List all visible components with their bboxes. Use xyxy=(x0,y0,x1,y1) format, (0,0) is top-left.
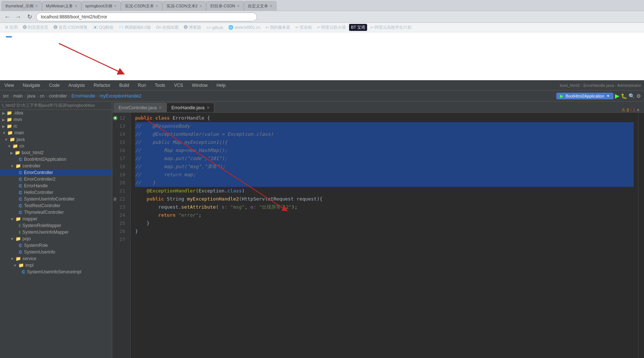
bookmark-github[interactable]: >> github xyxy=(204,25,225,31)
browser-tab-2[interactable]: MyMelean义务 ✕ xyxy=(42,1,81,11)
editor-tabs-bar: ErrorController.java ✕ ErrorHandle.java … xyxy=(112,102,644,113)
tree-item-impl[interactable]: ▼ 📁 impl xyxy=(0,262,112,269)
tree-item-testrest-controller[interactable]: C TestRestController xyxy=(0,202,112,209)
breadcrumb-java[interactable]: java xyxy=(27,93,35,99)
bookmark-qq[interactable]: 📧 QQ邮箱 xyxy=(91,24,115,31)
browser-tab-4[interactable]: 实况-CSDN文本 ✕ xyxy=(121,1,162,11)
collapse-btn[interactable]: ∧ xyxy=(637,107,640,112)
code-content[interactable]: public class ErrorHandle { // @ResponseB… xyxy=(131,113,638,358)
tree-item-rc[interactable]: ▶ 📁 rc xyxy=(0,123,112,130)
bookmark-security[interactable]: ↩ 安全组 xyxy=(293,24,314,31)
tree-item-thymeleaf-controller[interactable]: C ThymeleafController xyxy=(0,209,112,216)
menu-help[interactable]: Help xyxy=(215,82,227,89)
tree-label: SystemRoleMapper xyxy=(22,223,61,228)
tree-item-pojo[interactable]: ▼ 📁 pojo xyxy=(0,235,112,242)
tab-close[interactable]: ✕ xyxy=(237,4,240,8)
breadcrumb-main[interactable]: main xyxy=(13,93,23,99)
tree-item-error-controller2[interactable]: C ErrorController2 xyxy=(0,176,112,182)
tab-close[interactable]: ✕ xyxy=(270,4,272,8)
bookmark-aliyun[interactable]: ↩ 阿里云高校学生计划 xyxy=(369,24,413,31)
expand-icon: ▼ xyxy=(10,164,14,168)
tab-close-icon[interactable]: ✕ xyxy=(207,106,210,110)
menu-build[interactable]: Build xyxy=(118,82,131,89)
breadcrumb-cn[interactable]: cn xyxy=(40,93,45,99)
tree-item-sysuserinfo-service-impl[interactable]: C SystemUserinfoServiceImpl xyxy=(0,269,112,275)
browser-tab-6[interactable]: 归目录-CSDN ✕ xyxy=(206,1,244,11)
tab-close[interactable]: ✕ xyxy=(74,4,77,8)
bookmark-lxl[interactable]: 🌐 www.lxl001.cn xyxy=(226,24,262,31)
breadcrumb-controller[interactable]: controller xyxy=(49,93,67,99)
tab-close[interactable]: ✕ xyxy=(199,4,202,8)
bookmark-baidu[interactable]: 🅑 到百度首页 xyxy=(21,24,50,31)
tab-close[interactable]: ✕ xyxy=(114,4,117,8)
editor-content: ● 12 13 14 15 16 17 18 19 20 21 @ 22 xyxy=(112,113,644,358)
menu-window[interactable]: Window xyxy=(190,82,209,89)
menu-run[interactable]: Run xyxy=(137,82,148,89)
bookmark-bt[interactable]: BT 宝塔 xyxy=(349,24,367,31)
browser-tab-7[interactable]: 自定义文本 ✕ xyxy=(244,1,277,11)
tab-close-icon[interactable]: ✕ xyxy=(159,106,162,110)
run-config[interactable]: ▶ BootHtml2Application ▼ xyxy=(556,93,613,99)
tree-item-sysuserinfo[interactable]: C SystemUserinfo xyxy=(0,249,112,255)
tree-item-mapper[interactable]: ▼ 📁 mapper xyxy=(0,216,112,222)
menu-analysis[interactable]: Analysis xyxy=(67,82,87,89)
settings-button[interactable]: ⚙ xyxy=(636,93,641,99)
browser-tab-5[interactable]: 实况-CSDN文本2 ✕ xyxy=(162,1,206,11)
breadcrumb-src[interactable]: src xyxy=(3,93,9,99)
forward-button[interactable]: → xyxy=(14,13,23,21)
tree-item-sysuserinfo-controller[interactable]: C SystemUserInfoController xyxy=(0,196,112,202)
bookmark-163[interactable]: 📨 网易邮箱6.0版 xyxy=(117,24,152,31)
bookmark-draw[interactable]: On 在线绘图 xyxy=(154,24,181,31)
debug-button[interactable]: 🐛 xyxy=(621,93,627,99)
bookmark-server[interactable]: ↩ 我的服务器 xyxy=(264,24,292,31)
code-line-13: // @ResponseBody xyxy=(135,122,634,130)
tree-item-cn[interactable]: ▼ 📁 cn xyxy=(0,143,112,149)
tree-item-systemrole[interactable]: C SystemRole xyxy=(0,242,112,249)
editor-tab-error-controller[interactable]: ErrorController.java ✕ xyxy=(114,103,166,112)
browser-tab-1[interactable]: thymeleaf_示例 ✕ xyxy=(1,1,42,11)
breadcrumb-sep1: › xyxy=(10,93,12,99)
editor-tab-error-handle[interactable]: ErrorHandle.java ✕ xyxy=(166,103,214,112)
address-input[interactable]: localhost:8888/boot_html2/toError xyxy=(36,13,257,21)
refresh-button[interactable]: ↻ xyxy=(25,13,34,21)
breadcrumb-sep6: › xyxy=(97,93,98,99)
tree-label: mapper xyxy=(22,216,38,221)
tree-item-java[interactable]: ▼ 📁 java xyxy=(0,136,112,143)
line-num-18: 18 xyxy=(112,163,127,171)
tree-label: cn xyxy=(20,143,24,149)
breadcrumb-method[interactable]: myExceptionHandle2 xyxy=(100,93,141,99)
tab-close[interactable]: ✕ xyxy=(35,4,38,8)
tree-item-controller[interactable]: ▼ 📁 controller xyxy=(0,163,112,169)
tree-item-error-handle[interactable]: C ErrorHandle xyxy=(0,182,112,189)
tab-close[interactable]: ✕ xyxy=(155,4,158,8)
search-everywhere-button[interactable]: 🔍 xyxy=(629,93,635,99)
tree-item-service[interactable]: ▼ 📁 service xyxy=(0,255,112,262)
tree-item-systemrole-mapper[interactable]: I SystemRoleMapper xyxy=(0,222,112,229)
run-button[interactable]: ▶ xyxy=(615,92,619,99)
tree-item-main[interactable]: ▼ 📁 main xyxy=(0,130,112,136)
tree-label: ErrorHandle xyxy=(24,183,48,188)
bookmark-firewall[interactable]: ↩ 阿里云防火墙 xyxy=(315,24,348,31)
bookmark-csdn[interactable]: 🅒 首页-CSDN博客 xyxy=(52,24,89,31)
expand-icon: ▼ xyxy=(10,217,14,221)
code-line-21: @ExceptionHandler(Exception.class) xyxy=(135,187,634,195)
tree-item-boot-html2-app[interactable]: C BootHtml2Application xyxy=(0,156,112,163)
menu-vcs[interactable]: VCS xyxy=(173,82,185,89)
tree-item-boot-html2[interactable]: ▶ 📁 boot_html2 xyxy=(0,149,112,156)
menu-tools[interactable]: Tools xyxy=(154,82,167,89)
tree-item-idea[interactable]: ▶ 📁 .idea xyxy=(0,110,112,116)
menu-navigate[interactable]: Navigate xyxy=(21,82,42,89)
tree-item-mvn[interactable]: ▶ 📁 mvn xyxy=(0,116,112,123)
tree-item-hello-controller[interactable]: C HelloController xyxy=(0,189,112,196)
back-button[interactable]: ← xyxy=(3,13,12,21)
menu-code[interactable]: Code xyxy=(47,82,61,89)
browser-tab-3[interactable]: springboot示例 ✕ xyxy=(81,1,121,11)
browser-chrome: thymeleaf_示例 ✕ MyMelean义务 ✕ springboot示例… xyxy=(0,0,644,80)
tree-item-error-controller[interactable]: C ErrorController xyxy=(0,169,112,176)
menu-view[interactable]: View xyxy=(3,82,15,89)
tree-item-sysuserinfo-mapper[interactable]: I SystemUserinfoMapper xyxy=(0,229,112,235)
bookmark-apps[interactable]: ⚙ 应用 xyxy=(3,24,20,31)
bookmark-cnblogs[interactable]: 🅑 博客园 xyxy=(182,24,203,31)
menu-refactor[interactable]: Refactor xyxy=(92,82,112,89)
breadcrumb-errorhandle[interactable]: ErrorHandle xyxy=(71,93,95,99)
